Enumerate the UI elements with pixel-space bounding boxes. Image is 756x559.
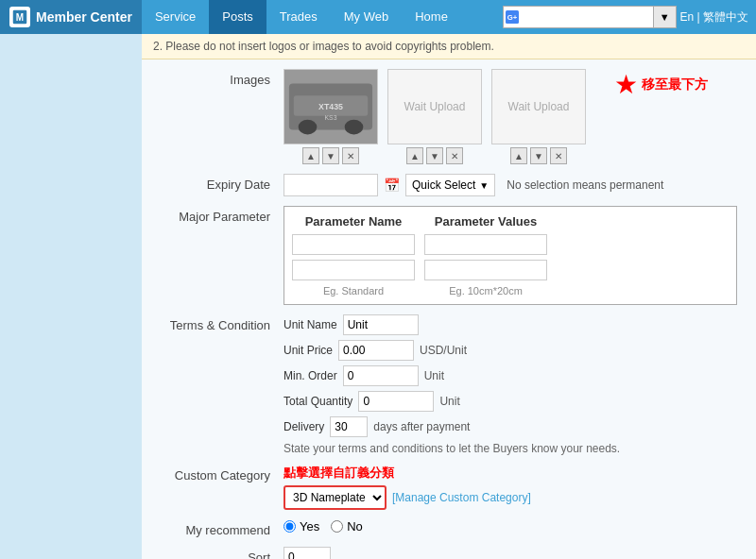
calendar-icon[interactable]: 📅 xyxy=(384,178,400,193)
param-value-input-1[interactable] xyxy=(424,234,547,255)
expiry-controls: 📅 Quick Select ▼ No selection means perm… xyxy=(284,174,737,196)
permanent-text: No selection means permanent xyxy=(507,178,663,192)
parameter-table: Parameter Name Parameter Values Eg xyxy=(284,206,737,305)
annotation-text: 移至最下方 xyxy=(642,76,708,93)
min-order-row: Min. Order Unit xyxy=(284,365,737,386)
image-down-3[interactable]: ▼ xyxy=(530,147,547,164)
nav-items: Service Posts Trades My Web Home xyxy=(142,0,461,34)
star-icon: ★ xyxy=(614,69,638,100)
click-hint: 點擊選擇自訂義分類 xyxy=(284,465,737,482)
image-wait-3: Wait Upload xyxy=(491,69,586,144)
top-navigation: M Member Center Service Posts Trades My … xyxy=(0,0,756,34)
delivery-suffix: days after payment xyxy=(373,420,470,433)
logo-area: M Member Center xyxy=(0,0,142,34)
nav-myweb[interactable]: My Web xyxy=(331,0,402,34)
nav-trades[interactable]: Trades xyxy=(266,0,331,34)
warning-bar: 2. Please do not insert logos or images … xyxy=(142,34,756,59)
major-parameter-row: Major Parameter Parameter Name Parameter… xyxy=(161,206,737,305)
search-box: G+ ▼ xyxy=(503,6,677,28)
radio-no-input[interactable] xyxy=(331,520,343,533)
manage-custom-category-link[interactable]: [Manage Custom Category] xyxy=(392,491,531,504)
param-name-input-1[interactable] xyxy=(292,234,415,255)
sidebar xyxy=(0,34,142,559)
expiry-date-input[interactable] xyxy=(284,174,378,196)
image-delete-3[interactable]: ✕ xyxy=(550,147,567,164)
custom-category-content: 點擊選擇自訂義分類 3D Nameplate Category 2 Catego… xyxy=(284,465,737,510)
logo-icon: M xyxy=(9,7,30,27)
main-container: 2. Please do not insert logos or images … xyxy=(0,34,756,559)
nav-service[interactable]: Service xyxy=(142,0,209,34)
radio-no-label: No xyxy=(347,519,363,534)
delivery-label: Delivery xyxy=(284,420,324,433)
sort-content xyxy=(284,547,737,559)
total-qty-input[interactable] xyxy=(358,391,434,412)
svg-point-7 xyxy=(345,120,364,135)
min-order-unit: Unit xyxy=(424,369,444,382)
image-box-2: Wait Upload ▲ ▼ ✕ xyxy=(387,69,482,164)
category-select[interactable]: 3D Nameplate Category 2 Category 3 xyxy=(284,485,387,510)
param-hints: Eg. Standard Eg. 10cm*20cm xyxy=(292,285,729,296)
unit-price-input[interactable] xyxy=(338,340,414,361)
major-parameter-label: Major Parameter xyxy=(161,206,284,224)
delivery-row: Delivery days after payment xyxy=(284,416,737,437)
recommend-row: My recommend Yes No xyxy=(161,519,737,537)
unit-name-input[interactable] xyxy=(343,314,419,335)
min-order-input[interactable] xyxy=(343,365,419,386)
expiry-row: Expiry Date 📅 Quick Select ▼ No selectio… xyxy=(161,174,737,196)
image-controls-2: ▲ ▼ ✕ xyxy=(406,147,463,164)
delivery-input[interactable] xyxy=(330,416,368,437)
logo-text: Member Center xyxy=(36,9,132,25)
recommend-content: Yes No xyxy=(284,519,737,534)
unit-price-label: Unit Price xyxy=(284,344,333,357)
svg-text:KS3: KS3 xyxy=(325,114,337,121)
unit-price-row: Unit Price USD/Unit xyxy=(284,340,737,361)
param-values-header: Parameter Values xyxy=(424,214,547,229)
star-annotation: ★ 移至最下方 xyxy=(614,69,708,100)
total-qty-row: Total Quantity Unit xyxy=(284,391,737,412)
image-up-1[interactable]: ▲ xyxy=(302,147,319,164)
terms-fields: Unit Name Unit Price USD/Unit Min. Order xyxy=(284,314,737,455)
recommend-label: My recommend xyxy=(161,519,284,537)
unit-price-suffix: USD/Unit xyxy=(420,344,467,357)
expiry-label: Expiry Date xyxy=(161,174,284,192)
custom-category-label: Custom Category xyxy=(161,465,284,483)
radio-yes-label: Yes xyxy=(300,519,319,534)
param-header: Parameter Name Parameter Values xyxy=(292,214,729,229)
image-wait-2: Wait Upload xyxy=(387,69,482,144)
svg-text:G+: G+ xyxy=(507,13,517,22)
terms-row: Terms & Condition Unit Name Unit Price U… xyxy=(161,314,737,455)
image-up-3[interactable]: ▲ xyxy=(510,147,527,164)
images-area: XT435 KS3 ▲ ▼ ✕ xyxy=(284,69,737,164)
images-row: Images XT xyxy=(161,69,737,164)
terms-label: Terms & Condition xyxy=(161,314,284,332)
state-text: State your terms and conditions to let t… xyxy=(284,442,737,455)
custom-category-row: Custom Category 點擊選擇自訂義分類 3D Nameplate C… xyxy=(161,465,737,510)
total-qty-label: Total Quantity xyxy=(284,395,352,408)
svg-text:M: M xyxy=(16,12,24,23)
unit-name-row: Unit Name xyxy=(284,314,737,335)
image-down-1[interactable]: ▼ xyxy=(322,147,339,164)
image-down-2[interactable]: ▼ xyxy=(426,147,443,164)
search-input[interactable] xyxy=(521,7,653,27)
major-parameter-content: Parameter Name Parameter Values Eg xyxy=(284,206,737,305)
image-box-1: XT435 KS3 ▲ ▼ ✕ xyxy=(284,69,378,164)
sort-input[interactable] xyxy=(284,547,331,559)
lang-selector[interactable]: En | 繁體中文 xyxy=(680,9,748,25)
param-name-input-2[interactable] xyxy=(292,260,415,280)
search-button[interactable]: ▼ xyxy=(653,7,676,27)
image-delete-2[interactable]: ✕ xyxy=(446,147,463,164)
content-area: 2. Please do not insert logos or images … xyxy=(142,34,756,559)
nav-posts[interactable]: Posts xyxy=(209,0,266,34)
radio-yes-input[interactable] xyxy=(284,520,296,533)
sort-row: Sort xyxy=(161,547,737,559)
image-box-3: Wait Upload ▲ ▼ ✕ xyxy=(491,69,586,164)
param-hint-1: Eg. Standard xyxy=(292,285,415,296)
param-value-input-2[interactable] xyxy=(424,260,547,280)
custom-cat-controls: 3D Nameplate Category 2 Category 3 [Mana… xyxy=(284,485,737,510)
image-up-2[interactable]: ▲ xyxy=(406,147,423,164)
svg-point-6 xyxy=(299,120,318,135)
nav-home[interactable]: Home xyxy=(402,0,461,34)
quick-select-button[interactable]: Quick Select ▼ xyxy=(405,174,495,196)
image-delete-1[interactable]: ✕ xyxy=(342,147,359,164)
images-content: XT435 KS3 ▲ ▼ ✕ xyxy=(284,69,737,164)
